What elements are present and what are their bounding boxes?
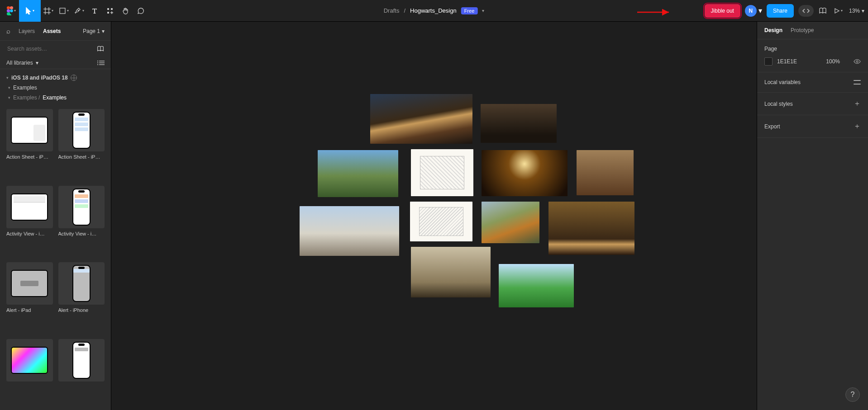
asset-item[interactable]: Action Sheet - iP…	[6, 109, 53, 179]
svg-rect-0	[7, 6, 10, 9]
asset-label: Alert - iPhone	[58, 307, 105, 313]
local-variables-row[interactable]: Local variables	[757, 72, 868, 93]
toolbar-right-group: Jibble out N ▾ Share ▾ 13% ▾	[705, 0, 864, 22]
comment-icon	[137, 7, 144, 14]
page-selector[interactable]: Page 1 ▾	[83, 28, 105, 34]
color-swatch[interactable]	[764, 57, 773, 66]
eye-icon[interactable]	[854, 59, 861, 64]
library-label: All libraries	[6, 60, 33, 66]
svg-rect-11	[111, 8, 113, 10]
hand-icon	[122, 7, 129, 14]
hand-tool-button[interactable]	[118, 0, 133, 22]
toolbar-left-group: ▾ ▾ ▾ ▾ ▾	[4, 0, 148, 22]
library-filter-row: All libraries ▾	[0, 57, 111, 69]
bg-hex-value[interactable]: 1E1E1E	[777, 58, 797, 65]
canvas-image[interactable]	[499, 264, 574, 307]
canvas-image[interactable]	[482, 202, 539, 243]
svg-rect-10	[107, 8, 109, 10]
tree-library-header[interactable]: ▾ iOS 18 and iPadOS 18	[6, 73, 105, 83]
help-button[interactable]: ?	[845, 387, 860, 402]
svg-point-19	[97, 64, 98, 65]
asset-item[interactable]: Activity View - i…	[58, 186, 105, 256]
plan-badge: Free	[461, 7, 478, 14]
asset-item[interactable]	[58, 339, 105, 404]
canvas-image[interactable]	[411, 149, 473, 196]
chevron-down-icon: ▾	[841, 9, 843, 13]
book-icon[interactable]	[96, 46, 105, 52]
local-styles-label: Local styles	[764, 101, 793, 107]
chevron-down-icon: ▾	[862, 8, 864, 14]
move-tool-button[interactable]: ▾	[19, 0, 41, 22]
export-row[interactable]: Export ＋	[757, 115, 868, 138]
search-icon[interactable]: ⌕	[6, 27, 10, 35]
frame-tool-button[interactable]: ▾	[41, 0, 56, 22]
chevron-down-icon[interactable]: ▾	[482, 8, 484, 13]
asset-label: Action Sheet - iP…	[58, 154, 105, 160]
bg-opacity-value[interactable]: 100%	[826, 58, 840, 65]
avatar: N	[745, 5, 757, 17]
zoom-control[interactable]: 13% ▾	[849, 8, 864, 14]
asset-item[interactable]	[6, 339, 53, 404]
canvas-image[interactable]	[300, 206, 399, 256]
list-view-icon[interactable]	[97, 60, 105, 66]
right-panel-tabs: Design Prototype	[757, 22, 868, 39]
tree-library-label: iOS 18 and iPadOS 18	[11, 75, 68, 81]
plus-icon: ＋	[854, 122, 861, 131]
canvas-image[interactable]	[548, 202, 634, 255]
canvas-image[interactable]	[481, 104, 557, 143]
cursor-icon	[25, 7, 32, 14]
canvas-image[interactable]	[370, 94, 472, 144]
svg-point-20	[856, 61, 858, 62]
text-tool-button[interactable]	[87, 0, 102, 22]
asset-thumb	[58, 339, 105, 382]
svg-rect-2	[7, 9, 10, 12]
asset-thumb	[6, 262, 53, 305]
page-label: Page 1	[83, 28, 100, 34]
asset-label: Alert - iPad	[6, 307, 53, 313]
breadcrumb-separator: /	[404, 7, 405, 14]
asset-search-row	[0, 41, 111, 57]
shape-tool-button[interactable]: ▾	[56, 0, 72, 22]
asset-search-input[interactable]	[6, 45, 93, 52]
canvas-image[interactable]	[410, 202, 472, 241]
tab-prototype[interactable]: Prototype	[791, 27, 814, 33]
canvas[interactable]	[111, 22, 757, 410]
asset-item[interactable]: Activity View - i…	[6, 186, 53, 256]
main-menu-button[interactable]: ▾	[4, 0, 19, 22]
user-menu[interactable]: N ▾	[745, 5, 762, 17]
asset-item[interactable]: Alert - iPhone	[58, 262, 105, 333]
library-selector[interactable]: All libraries ▾	[6, 60, 38, 66]
canvas-image[interactable]	[318, 150, 398, 197]
asset-label: Activity View - i…	[6, 231, 53, 236]
asset-item[interactable]: Action Sheet - iP…	[58, 109, 105, 179]
tree-group-examples-nested[interactable]: ▾ Examples / Examples	[6, 93, 105, 103]
share-button[interactable]: Share	[767, 4, 794, 18]
tree-group-examples[interactable]: ▾ Examples	[6, 83, 105, 93]
asset-item[interactable]: Alert - iPad	[6, 262, 53, 333]
dev-mode-toggle[interactable]	[798, 5, 814, 17]
breadcrumb-root[interactable]: Drafts	[384, 7, 400, 14]
canvas-image[interactable]	[577, 150, 634, 195]
canvas-image[interactable]	[411, 247, 491, 297]
svg-point-17	[97, 61, 98, 61]
file-name[interactable]: Hogwarts_Design	[410, 7, 457, 14]
caret-down-icon: ▾	[8, 85, 10, 90]
figma-logo-icon	[7, 6, 13, 15]
tab-assets[interactable]: Assets	[43, 28, 61, 34]
chevron-down-icon: ▾	[14, 9, 16, 13]
chevron-down-icon: ▾	[36, 60, 38, 66]
tab-layers[interactable]: Layers	[19, 28, 35, 34]
tab-design[interactable]: Design	[764, 27, 782, 33]
chevron-down-icon: ▾	[33, 9, 34, 13]
jibble-out-button[interactable]: Jibble out	[705, 4, 740, 18]
present-button[interactable]: ▾	[832, 0, 844, 22]
zoom-value: 13%	[849, 8, 860, 14]
canvas-image[interactable]	[482, 150, 568, 196]
pen-tool-button[interactable]: ▾	[72, 0, 87, 22]
library-button[interactable]	[818, 0, 827, 22]
resources-button[interactable]	[102, 0, 118, 22]
comment-tool-button[interactable]	[133, 0, 148, 22]
svg-point-18	[97, 62, 98, 63]
workspace: ⌕ Layers Assets Page 1 ▾ All libraries ▾	[0, 22, 868, 410]
local-styles-row[interactable]: Local styles ＋	[757, 93, 868, 115]
